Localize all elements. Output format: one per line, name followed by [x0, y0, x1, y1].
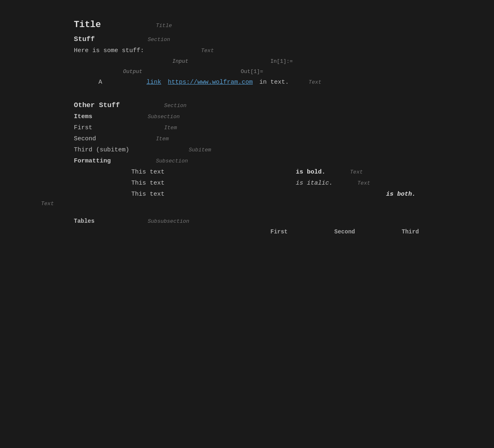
table-col-second: Second	[328, 229, 361, 235]
spacer-1	[0, 88, 494, 99]
italic-type: Text	[333, 180, 370, 186]
table-col-third: Third	[394, 229, 427, 235]
bold-prefix: This text	[131, 169, 165, 176]
third-subitem-row: Third (subitem) Subitem	[0, 144, 494, 155]
link-suffix: in text.	[256, 79, 289, 86]
notebook: Title Title Stuff Section Here is some s…	[0, 16, 494, 254]
stuff-content: Stuff	[74, 35, 123, 43]
items-content: Items	[74, 113, 123, 120]
other-stuff-row: Other Stuff Section	[0, 99, 494, 111]
output-row: Output Out[1]=	[0, 66, 494, 77]
formatting-row: Formatting Subsection	[0, 155, 494, 167]
formatting-type: Subsection	[140, 158, 188, 164]
third-subitem-content: Third (subitem)	[74, 146, 156, 153]
second-item-type: Item	[123, 136, 169, 142]
tables-row: Tables Subsubsection	[0, 216, 494, 226]
other-stuff-type: Section	[140, 103, 187, 109]
items-type: Subsection	[123, 114, 180, 120]
link-row: A link https://www.wolfram.com in text. …	[0, 77, 494, 88]
both-part: is both.	[165, 191, 416, 198]
title-type: Title	[123, 23, 172, 29]
other-stuff-content: Other Stuff	[74, 101, 140, 109]
link-type: Text	[292, 79, 321, 85]
stuff-type: Section	[123, 37, 170, 43]
link-url[interactable]: https://www.wolfram.com	[165, 79, 253, 86]
table-col-first: First	[263, 229, 295, 235]
first-item-row: First Item	[0, 122, 494, 133]
second-item-content: Second	[74, 135, 123, 142]
tables-type: Subsubsection	[123, 218, 189, 224]
both-prefix: This text	[131, 191, 165, 198]
both-type-row: Text	[0, 200, 494, 208]
bold-part: is bold.	[165, 169, 325, 176]
here-is-type: Text	[176, 48, 214, 54]
italic-part: is italic.	[165, 180, 333, 187]
both-row: This text is both.	[0, 189, 494, 200]
title-content: Title	[74, 20, 123, 30]
input-label: Input	[172, 58, 188, 64]
here-is-row: Here is some stuff: Text	[0, 45, 494, 56]
italic-prefix: This text	[131, 180, 165, 187]
spacer-2	[0, 208, 494, 216]
items-row: Items Subsection	[0, 111, 494, 122]
in-label: In[1]:=	[270, 58, 293, 64]
bold-type: Text	[325, 169, 363, 175]
here-is-content: Here is some stuff:	[74, 47, 176, 54]
link-prefix: A	[98, 79, 102, 86]
tables-content: Tables	[74, 218, 123, 224]
title-row: Title Title	[0, 16, 494, 33]
link-middle: link	[105, 79, 161, 86]
both-type: Text	[0, 201, 54, 207]
table-header-row: First Second Third	[0, 226, 494, 237]
third-subitem-type: Subitem	[156, 147, 211, 153]
second-item-row: Second Item	[0, 133, 494, 144]
bold-row: This text is bold. Text	[0, 167, 494, 178]
formatting-content: Formatting	[74, 158, 140, 165]
output-label: Output	[123, 69, 142, 75]
first-item-content: First	[74, 124, 123, 131]
out-label: Out[1]=	[241, 69, 263, 75]
italic-row: This text is italic. Text	[0, 178, 494, 189]
stuff-row: Stuff Section	[0, 33, 494, 45]
input-row: Input In[1]:=	[0, 56, 494, 66]
first-item-type: Item	[123, 125, 177, 131]
